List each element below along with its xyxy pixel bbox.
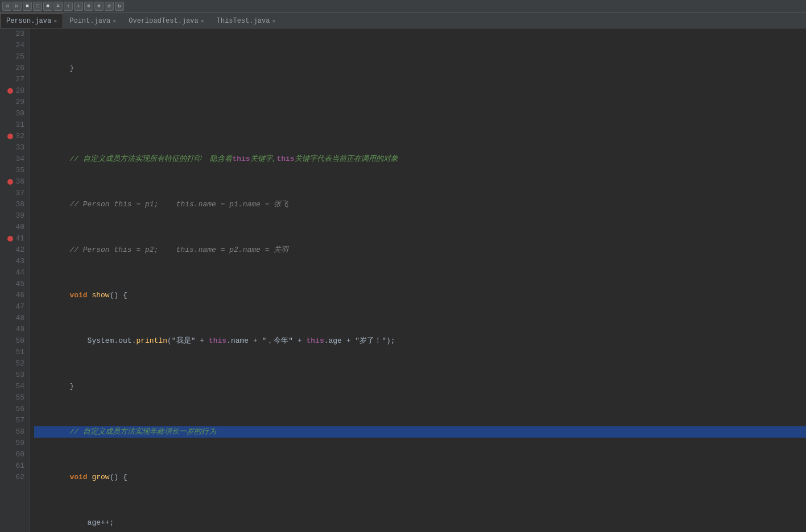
toolbar-btn-12[interactable]: ↻ <box>115 2 124 11</box>
line-numbers: 23 24 25 26 27 28 29 30 31 32 33 34 35 3… <box>0 28 30 532</box>
code-line-33: age++; <box>34 517 806 529</box>
tab-overloadtest-java[interactable]: OverloadTest.java ✕ <box>122 13 210 28</box>
toolbar-btn-6[interactable]: ≡ <box>53 2 63 11</box>
tab-label-overload: OverloadTest.java <box>129 17 198 25</box>
code-line-31: // 自定义成员方法实现年龄增长一岁的行为 <box>34 426 806 438</box>
toolbar-btn-2[interactable]: ▷ <box>13 2 22 11</box>
toolbar-btn-11[interactable]: ↺ <box>105 2 114 11</box>
editor-area: 23 24 25 26 27 28 29 30 31 32 33 34 35 3… <box>0 28 806 532</box>
close-icon-point[interactable]: ✕ <box>113 18 116 24</box>
toolbar-btn-1[interactable]: ◁ <box>2 2 11 11</box>
toolbar-btn-7[interactable]: ⇧ <box>64 2 73 11</box>
code-line-32: void grow() { <box>34 472 806 483</box>
close-icon-overload[interactable]: ✕ <box>201 18 204 24</box>
code-line-27: // Person this = p2; this.name = p2.name… <box>34 244 806 256</box>
toolbar-btn-10[interactable]: ⊗ <box>94 2 104 11</box>
close-icon-person[interactable]: ✕ <box>53 18 57 24</box>
tab-label-thistest: ThisTest.java <box>217 17 270 25</box>
tab-point-java[interactable]: Point.java ✕ <box>63 13 122 28</box>
tab-bar: Person.java ✕ Point.java ✕ OverloadTest.… <box>0 13 806 28</box>
tab-thistest-java[interactable]: ThisTest.java ✕ <box>210 13 282 28</box>
toolbar-btn-5[interactable]: ■ <box>43 2 52 11</box>
close-icon-thistest[interactable]: ✕ <box>272 18 275 24</box>
code-content[interactable]: } // 自定义成员方法实现所有特征的打印 隐含着this关键字,this关键字… <box>30 28 806 532</box>
tab-label-person: Person.java <box>6 17 51 25</box>
code-line-25: // 自定义成员方法实现所有特征的打印 隐含着this关键字,this关键字代表… <box>34 153 806 165</box>
toolbar-btn-8[interactable]: ⇩ <box>74 2 83 11</box>
code-line-24 <box>34 108 806 119</box>
code-line-29: System.out.println("我是" + this.name + "，… <box>34 335 806 347</box>
code-line-23: } <box>34 63 806 74</box>
toolbar-btn-9[interactable]: ⊕ <box>84 2 93 11</box>
code-line-26: // Person this = p1; this.name = p1.name… <box>34 199 806 210</box>
toolbar-btn-3[interactable]: ■ <box>23 2 32 11</box>
tab-person-java[interactable]: Person.java ✕ <box>0 13 63 28</box>
toolbar: ◁ ▷ ■ □ ■ ≡ ⇧ ⇩ ⊕ ⊗ ↺ ↻ <box>0 0 806 13</box>
code-line-28: void show() { <box>34 290 806 301</box>
toolbar-btn-4[interactable]: □ <box>33 2 42 11</box>
code-line-30: } <box>34 381 806 392</box>
tab-label-point: Point.java <box>69 17 110 25</box>
